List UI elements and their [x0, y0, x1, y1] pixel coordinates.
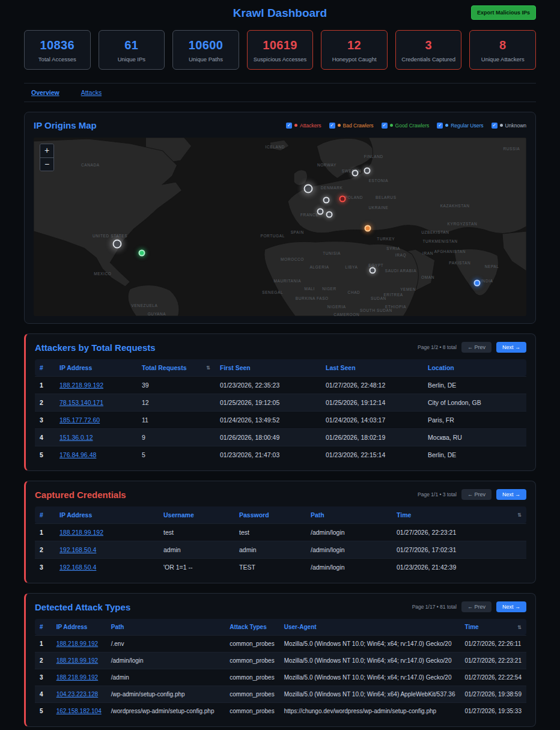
- ip-link[interactable]: 188.218.99.192: [56, 657, 99, 664]
- map-marker-unknown[interactable]: [303, 184, 312, 193]
- map-label-south-sudan: SOUTH SUDAN: [360, 308, 392, 312]
- zoom-in-button[interactable]: +: [40, 144, 53, 157]
- checkbox-checked-icon[interactable]: ✓: [329, 123, 335, 129]
- legend-item-regular-users[interactable]: ✓Regular Users: [437, 123, 483, 129]
- ip-link[interactable]: 151.36.0.12: [59, 434, 93, 441]
- map-label-canada: CANADA: [81, 162, 100, 166]
- cell-path: /wp-admin/setup-config.php: [106, 686, 225, 702]
- legend-item-good-crawlers[interactable]: ✓Good Crawlers: [382, 123, 430, 129]
- cell-time: 01/27/2026, 17:02:31: [392, 541, 526, 558]
- tab-attacks[interactable]: Attacks: [81, 89, 102, 96]
- ip-link[interactable]: 188.218.99.192: [56, 640, 99, 647]
- legend-item-attackers[interactable]: ✓Attackers: [286, 123, 321, 129]
- stat-card-credentials-captured: 3Credentials Captured: [395, 30, 462, 70]
- map-label-guyana: GUYANA: [148, 311, 166, 315]
- legend-item-unknown[interactable]: ✓Unknown: [492, 123, 526, 129]
- attackers-header: Attackers by Total Requests Page 1/2 • 8…: [35, 342, 526, 353]
- checkbox-checked-icon[interactable]: ✓: [286, 123, 292, 129]
- map-legend: ✓Attackers✓Bad Crawlers✓Good Crawlers✓Re…: [286, 123, 526, 129]
- cell-user-agent: Mozilla/5.0 (Windows NT 10.0; Win64; x64…: [279, 669, 460, 686]
- zoom-out-button[interactable]: −: [40, 157, 53, 171]
- ip-link[interactable]: 188.218.99.192: [59, 529, 103, 536]
- column-header-attack-types: Attack Types: [225, 619, 279, 635]
- cell-location: Москва, RU: [423, 428, 526, 446]
- ip-link[interactable]: 104.23.223.128: [56, 691, 99, 698]
- prev-page-button[interactable]: ← Prev: [461, 489, 492, 500]
- column-label: Path: [311, 511, 324, 519]
- cell-item: 2: [35, 652, 52, 669]
- cell-item: 4: [35, 686, 52, 702]
- export-malicious-ips-button[interactable]: Export Malicious IPs: [471, 5, 536, 20]
- ip-cell: 151.36.0.12: [55, 428, 137, 446]
- map-zoom-control: + −: [40, 144, 54, 171]
- cell-path: /admin/login: [306, 558, 392, 576]
- map-marker-unknown[interactable]: [113, 239, 122, 248]
- prev-page-button[interactable]: ← Prev: [461, 342, 492, 353]
- map-marker-unknown[interactable]: [326, 211, 333, 217]
- cell-path: /admin/login: [306, 541, 392, 558]
- map-marker-unknown[interactable]: [317, 208, 324, 215]
- checkbox-checked-icon[interactable]: ✓: [492, 123, 498, 129]
- table-row: 4104.23.223.128/wp-admin/setup-config.ph…: [35, 686, 526, 702]
- ip-cell: 176.84.96.48: [55, 446, 137, 463]
- world-map[interactable]: ICELANDCANADARUSSIANORWAYFINLANDSWEDENES…: [34, 138, 526, 316]
- map-marker-attacker[interactable]: [339, 196, 346, 202]
- sort-icon[interactable]: ⇅: [517, 624, 522, 630]
- ip-link[interactable]: 185.177.72.60: [59, 416, 100, 424]
- map-label-iraq: IRAQ: [395, 252, 406, 257]
- map-label-iceland: ICELAND: [266, 144, 285, 148]
- map-label-nepal: NEPAL: [485, 264, 499, 268]
- sort-icon[interactable]: ⇅: [517, 512, 522, 518]
- prev-page-button[interactable]: ← Prev: [461, 601, 492, 612]
- ip-link[interactable]: 188.218.99.192: [56, 674, 99, 681]
- table-row: 5176.84.96.48501/23/2026, 21:47:0301/23/…: [35, 446, 526, 463]
- map-label-kyrgyzstan: KYRGYZSTAN: [448, 221, 478, 225]
- column-header-total-requests[interactable]: Total Requests⇅: [137, 359, 215, 376]
- table-row: 1188.218.99.192testtest/admin/login01/27…: [35, 523, 526, 541]
- ip-link[interactable]: 78.153.140.171: [59, 399, 103, 406]
- legend-item-bad-crawlers[interactable]: ✓Bad Crawlers: [329, 123, 374, 129]
- ip-link[interactable]: 176.84.96.48: [59, 451, 96, 458]
- column-header-time[interactable]: Time⇅: [392, 506, 526, 523]
- map-label-libya: LIBYA: [345, 265, 358, 269]
- map-label-saudi-arabia: SAUDI ARABIA: [385, 269, 416, 273]
- ip-link[interactable]: 188.218.99.192: [59, 382, 103, 389]
- map-marker-unknown[interactable]: [323, 196, 330, 203]
- table-row: 3185.177.72.601101/24/2026, 13:49:5201/2…: [35, 411, 526, 428]
- attackers-title: Attackers by Total Requests: [35, 342, 156, 353]
- ip-link[interactable]: 162.158.182.104: [56, 708, 102, 714]
- legend-dot-icon: [390, 124, 393, 127]
- table-row: 1188.218.99.1923901/23/2026, 22:35:2301/…: [35, 376, 526, 394]
- cell-item: 1: [35, 523, 55, 541]
- sort-icon[interactable]: ⇅: [206, 365, 210, 371]
- stat-value: 8: [472, 38, 533, 52]
- cell-path: /admin/login: [306, 523, 392, 541]
- column-label: Attack Types: [230, 624, 267, 630]
- column-header-path: Path: [106, 619, 225, 635]
- stat-value: 12: [324, 38, 385, 52]
- ip-link[interactable]: 192.168.50.4: [59, 564, 96, 571]
- map-marker-unknown[interactable]: [370, 267, 376, 274]
- tab-overview[interactable]: Overview: [31, 89, 59, 96]
- cell-time: 01/27/2026, 22:23:21: [392, 523, 526, 541]
- cell-total-requests: 12: [137, 394, 215, 411]
- map-marker-unknown[interactable]: [364, 167, 371, 174]
- next-page-button[interactable]: Next →: [496, 601, 526, 612]
- next-page-button[interactable]: Next →: [496, 489, 526, 500]
- map-marker-unknown[interactable]: [352, 170, 358, 177]
- next-page-button[interactable]: Next →: [496, 342, 526, 353]
- ip-link[interactable]: 192.168.50.4: [59, 546, 96, 553]
- map-marker-bad_crawler[interactable]: [364, 225, 371, 232]
- checkbox-checked-icon[interactable]: ✓: [437, 123, 443, 129]
- cell-last-seen: 01/27/2026, 22:48:12: [321, 376, 423, 394]
- map-label-estonia: ESTONIA: [369, 178, 389, 183]
- map-marker-good_crawler[interactable]: [139, 249, 145, 256]
- ip-cell: 188.218.99.192: [52, 669, 106, 686]
- map-marker-regular_user[interactable]: [474, 280, 481, 287]
- stat-value: 10600: [175, 38, 236, 52]
- column-header-time[interactable]: Time⇅: [460, 619, 526, 635]
- map-label-turkey: TURKEY: [377, 236, 395, 240]
- page-info: Page 1/1 • 3 total: [418, 491, 457, 497]
- checkbox-checked-icon[interactable]: ✓: [382, 123, 388, 129]
- cell-username: test: [159, 523, 234, 541]
